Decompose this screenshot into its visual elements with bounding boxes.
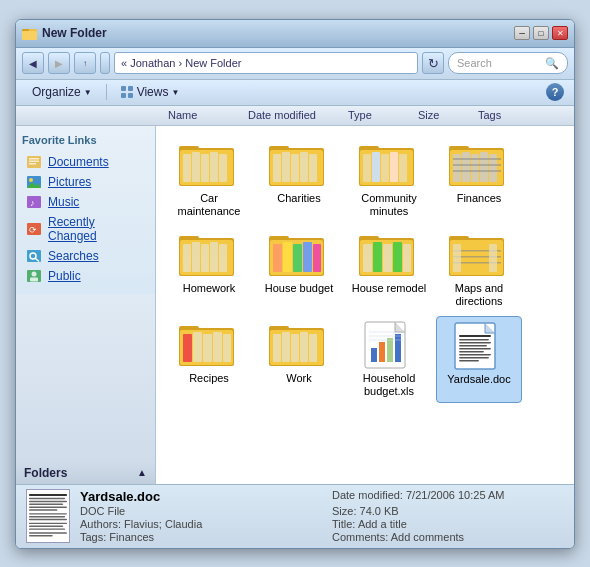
- svg-rect-102: [273, 334, 281, 362]
- svg-rect-122: [459, 348, 491, 350]
- doc-file-icon: [449, 321, 509, 371]
- svg-rect-30: [210, 152, 218, 182]
- xls-file-icon: [359, 320, 419, 370]
- go-button[interactable]: ↻: [422, 52, 444, 74]
- col-header-date[interactable]: Date modified: [240, 109, 340, 121]
- svg-rect-63: [192, 242, 200, 272]
- svg-rect-66: [219, 244, 227, 272]
- size-label: Size:: [332, 505, 356, 517]
- minimize-button[interactable]: ─: [514, 26, 530, 40]
- comments-value[interactable]: Add comments: [391, 531, 464, 543]
- up-button[interactable]: ↑: [74, 52, 96, 74]
- documents-icon: [26, 155, 42, 169]
- list-item[interactable]: House remodel: [346, 226, 432, 312]
- col-header-type[interactable]: Type: [340, 109, 410, 121]
- list-item[interactable]: Car maintenance: [166, 136, 252, 222]
- svg-rect-80: [383, 244, 392, 272]
- folder-icon: [179, 320, 239, 370]
- organize-button[interactable]: Organize ▼: [26, 83, 98, 101]
- list-item[interactable]: Yardsale.doc: [436, 316, 522, 402]
- list-item[interactable]: Household budget.xls: [346, 316, 432, 402]
- list-item[interactable]: Community minutes: [346, 136, 432, 222]
- views-button[interactable]: Views ▼: [115, 83, 186, 101]
- list-item[interactable]: Charities: [256, 136, 342, 222]
- search-placeholder: Search: [457, 57, 492, 69]
- organize-label: Organize: [32, 85, 81, 99]
- search-field[interactable]: Search 🔍: [448, 52, 568, 74]
- recently-changed-label: Recently Changed: [48, 215, 145, 243]
- svg-rect-58: [453, 170, 501, 172]
- status-filename: Yardsale.doc: [80, 489, 312, 504]
- svg-rect-96: [203, 334, 212, 362]
- views-label: Views: [137, 85, 169, 99]
- svg-rect-45: [381, 154, 389, 182]
- documents-label: Documents: [48, 155, 109, 169]
- file-thumbnail: [26, 489, 70, 543]
- svg-rect-18: [27, 250, 41, 262]
- svg-point-12: [29, 178, 33, 182]
- authors-label: Authors:: [80, 518, 121, 530]
- size-value: 74.0 KB: [360, 505, 399, 517]
- sidebar-item-music[interactable]: ♪ Music: [22, 192, 149, 212]
- folder-icon: [179, 230, 239, 280]
- close-button[interactable]: ✕: [552, 26, 568, 40]
- title-value[interactable]: Add a title: [358, 518, 407, 530]
- status-tags: Tags: Finances: [80, 531, 312, 543]
- svg-text:♪: ♪: [30, 198, 35, 208]
- list-item[interactable]: Finances: [436, 136, 522, 222]
- list-item[interactable]: Homework: [166, 226, 252, 312]
- list-item[interactable]: House budget: [256, 226, 342, 312]
- col-header-name[interactable]: Name: [160, 109, 240, 121]
- nav-dropdown[interactable]: [100, 52, 110, 74]
- back-button[interactable]: ◀: [22, 52, 44, 74]
- svg-rect-98: [223, 334, 231, 362]
- svg-rect-57: [453, 164, 501, 166]
- sidebar-container: Favorite Links Documents: [16, 126, 156, 484]
- address-field[interactable]: « Jonathan › New Folder: [114, 52, 418, 74]
- sidebar-item-recently-changed[interactable]: ⟳ Recently Changed: [22, 212, 149, 246]
- help-button[interactable]: ?: [546, 83, 564, 101]
- searches-icon: [26, 249, 42, 263]
- svg-rect-109: [371, 348, 377, 362]
- status-authors: Authors: Flavius; Claudia: [80, 518, 312, 530]
- svg-rect-106: [309, 334, 317, 362]
- sidebar: Favorite Links Documents: [16, 126, 156, 294]
- status-filetype: DOC File: [80, 505, 312, 517]
- svg-rect-131: [29, 504, 63, 505]
- svg-rect-36: [282, 152, 290, 182]
- svg-rect-90: [489, 244, 497, 272]
- svg-point-22: [32, 271, 37, 276]
- public-label: Public: [48, 269, 81, 283]
- maximize-button[interactable]: □: [533, 26, 549, 40]
- comments-label: Comments:: [332, 531, 388, 543]
- svg-rect-46: [390, 152, 398, 182]
- status-comments: Comments: Add comments: [332, 531, 564, 543]
- svg-rect-138: [29, 526, 63, 527]
- folders-bar[interactable]: Folders ▲: [16, 462, 156, 484]
- status-bar: Yardsale.doc Date modified: 7/21/2006 10…: [16, 484, 574, 548]
- toolbar: Organize ▼ Views ▼ ?: [16, 80, 574, 106]
- list-item[interactable]: Maps and directions: [436, 226, 522, 312]
- list-item[interactable]: Recipes: [166, 316, 252, 402]
- forward-button[interactable]: ▶: [48, 52, 70, 74]
- file-name: Recipes: [189, 372, 229, 385]
- pictures-label: Pictures: [48, 175, 91, 189]
- sidebar-item-searches[interactable]: Searches: [22, 246, 149, 266]
- sidebar-item-pictures[interactable]: Pictures: [22, 172, 149, 192]
- svg-rect-111: [387, 338, 393, 362]
- list-item[interactable]: Work: [256, 316, 342, 402]
- col-header-tags[interactable]: Tags: [470, 109, 550, 121]
- sidebar-item-public[interactable]: Public: [22, 266, 149, 286]
- col-header-size[interactable]: Size: [410, 109, 470, 121]
- title-bar-left: New Folder: [22, 26, 107, 40]
- file-name: Community minutes: [350, 192, 428, 218]
- svg-rect-54: [480, 152, 488, 182]
- file-name: Homework: [183, 282, 236, 295]
- file-grid[interactable]: Car maintenance Charities: [156, 126, 574, 484]
- svg-rect-119: [459, 339, 489, 341]
- tags-label: Tags:: [80, 531, 106, 543]
- svg-rect-52: [462, 152, 470, 182]
- svg-rect-6: [128, 93, 133, 98]
- sidebar-item-documents[interactable]: Documents: [22, 152, 149, 172]
- file-name: Household budget.xls: [350, 372, 428, 398]
